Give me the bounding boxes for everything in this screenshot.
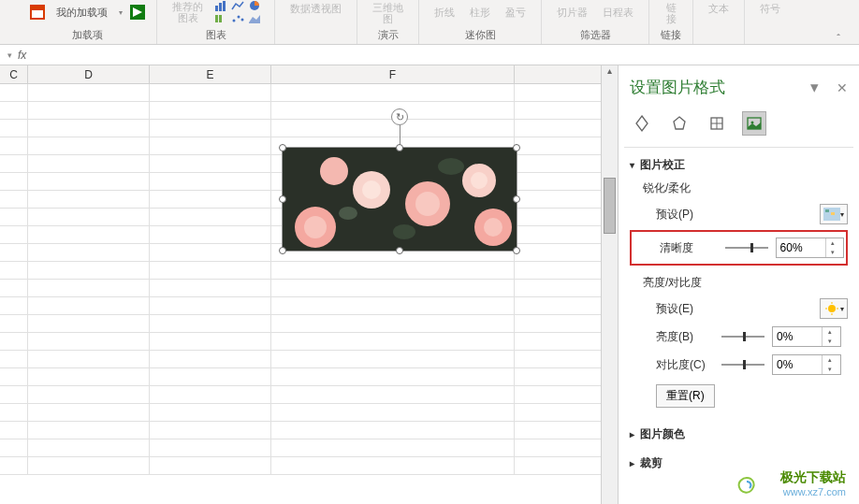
col-header-e[interactable]: E	[150, 65, 271, 83]
chevron-right-icon: ▸	[630, 429, 634, 439]
tab-size-icon[interactable]	[705, 111, 729, 136]
sharpness-label: 清晰度	[660, 240, 718, 256]
contrast-input[interactable]: ▴▾	[772, 354, 841, 375]
spin-down-icon[interactable]: ▾	[826, 248, 840, 257]
slicer-button[interactable]: 切片器	[553, 4, 591, 22]
spin-up-icon[interactable]: ▴	[826, 238, 840, 248]
tab-picture-icon[interactable]	[742, 111, 766, 136]
worksheet-area[interactable]: C D E F	[0, 65, 601, 504]
scroll-up-icon[interactable]: ▴	[602, 65, 618, 82]
chevron-right-icon: ▸	[630, 458, 634, 468]
text-button[interactable]: 文本	[705, 0, 733, 18]
spin-down-icon[interactable]: ▾	[823, 365, 837, 374]
chart-icon[interactable]	[231, 13, 244, 24]
brightness-slider[interactable]	[721, 330, 764, 343]
ribbon-group-charts: 推荐的 图表 图表	[157, 0, 275, 44]
my-addins-button[interactable]: 我的加载项	[52, 4, 111, 22]
sharpness-input[interactable]: ▴▾	[776, 238, 844, 258]
tab-fill-icon[interactable]	[630, 111, 654, 136]
resize-handle[interactable]	[279, 144, 286, 151]
svg-rect-35	[825, 209, 829, 212]
symbols-button[interactable]: 符号	[756, 0, 784, 18]
addins-group-label: 加载项	[72, 28, 103, 44]
preset-brightness-button[interactable]: ▾	[820, 298, 848, 319]
sparkline-winloss-button[interactable]: 盈亏	[502, 4, 530, 22]
ribbon-group-text: 文本	[693, 0, 745, 44]
brightness-label: 亮度(B)	[656, 329, 714, 345]
contrast-slider[interactable]	[721, 358, 764, 371]
scrollbar-thumb[interactable]	[604, 178, 616, 234]
chart-icon[interactable]	[214, 13, 227, 24]
ribbon-group-links: 链 接 链接	[649, 0, 693, 44]
fx-label[interactable]: fx	[18, 49, 26, 62]
ribbon: 我的加载项 ▾ 加载项 推荐的 图表 图表 数据透视图 三维地 图 演示 折	[0, 0, 859, 45]
ribbon-group-symbols: 符号	[745, 0, 795, 44]
svg-point-10	[233, 20, 236, 22]
spin-down-icon[interactable]: ▾	[823, 337, 837, 346]
svg-rect-36	[831, 212, 835, 215]
sparkline-column-button[interactable]: 柱形	[466, 4, 494, 22]
svg-rect-4	[215, 6, 218, 11]
sharpness-value[interactable]	[777, 241, 825, 254]
section-corrections[interactable]: ▾ 图片校正	[630, 157, 848, 173]
chart-icon[interactable]	[248, 13, 261, 24]
sparkline-line-button[interactable]: 折线	[430, 4, 459, 22]
spin-up-icon[interactable]: ▴	[823, 327, 837, 337]
svg-rect-5	[219, 3, 222, 11]
chart-icon[interactable]	[231, 0, 244, 11]
resize-handle[interactable]	[513, 247, 520, 254]
resize-handle[interactable]	[279, 247, 286, 254]
contrast-value[interactable]	[773, 358, 822, 371]
svg-rect-6	[223, 1, 226, 11]
sharpness-slider[interactable]	[725, 241, 768, 254]
chart-icon[interactable]	[214, 0, 227, 11]
close-icon[interactable]: ✕	[837, 80, 848, 95]
bing-maps-icon[interactable]	[130, 5, 145, 20]
panel-tabs	[624, 108, 853, 148]
column-headers: C D E F	[0, 65, 601, 84]
resize-handle[interactable]	[396, 144, 403, 151]
preset-sharpen-button[interactable]: ▾	[820, 204, 848, 224]
office-store-icon	[30, 5, 45, 20]
svg-point-37	[828, 305, 836, 312]
preset-p-label: 预设(P)	[656, 207, 714, 223]
link-button[interactable]: 链 接	[662, 0, 680, 26]
selected-picture[interactable]: ↻	[283, 148, 517, 251]
brightness-input[interactable]: ▴▾	[772, 326, 841, 347]
rotation-handle-icon[interactable]: ↻	[391, 108, 408, 125]
vertical-scrollbar[interactable]: ▴	[601, 65, 618, 504]
resize-handle[interactable]	[396, 247, 403, 254]
charts-group-label: 图表	[206, 28, 226, 44]
ribbon-group-addins: 我的加载项 ▾ 加载项	[19, 0, 157, 44]
section-color[interactable]: ▸ 图片颜色	[630, 426, 848, 442]
recommended-charts-button[interactable]: 推荐的 图表	[168, 0, 207, 25]
spin-up-icon[interactable]: ▴	[823, 355, 837, 365]
svg-point-11	[238, 16, 240, 19]
contrast-label: 对比度(C)	[656, 357, 714, 373]
reset-button[interactable]: 重置(R)	[656, 384, 715, 408]
watermark-title: 极光下载站	[780, 468, 846, 485]
resize-handle[interactable]	[279, 195, 286, 203]
tab-effects-icon[interactable]	[667, 111, 692, 136]
col-header-d[interactable]: D	[28, 65, 150, 83]
col-header-c[interactable]: C	[0, 65, 28, 83]
ribbon-group-pivot: 数据透视图	[275, 0, 357, 44]
resize-handle[interactable]	[513, 144, 520, 151]
col-header-f[interactable]: F	[271, 65, 515, 83]
formula-dropdown-icon[interactable]: ▾	[7, 50, 12, 60]
resize-handle[interactable]	[513, 195, 520, 203]
format-picture-panel: 设置图片格式 ▾ ✕ ▾ 图片校正 锐化/柔化 预设(P) ▾	[618, 65, 859, 504]
collapse-ribbon-icon[interactable]: ˆ	[837, 33, 840, 44]
sharpness-highlight: 清晰度 ▴▾	[630, 230, 848, 266]
brightness-value[interactable]	[773, 330, 822, 343]
svg-marker-28	[674, 117, 685, 129]
chevron-down-icon: ▾	[119, 8, 123, 17]
ribbon-group-3dmap: 三维地 图 演示	[357, 0, 419, 44]
chart-icon[interactable]	[248, 0, 261, 11]
3d-map-button[interactable]: 三维地 图	[369, 0, 407, 26]
pivot-chart-button[interactable]: 数据透视图	[286, 0, 345, 18]
panel-options-icon[interactable]: ▾	[810, 79, 819, 96]
filters-group-label: 筛选器	[580, 28, 611, 44]
timeline-button[interactable]: 日程表	[599, 4, 637, 22]
section-label: 图片校正	[640, 157, 685, 173]
